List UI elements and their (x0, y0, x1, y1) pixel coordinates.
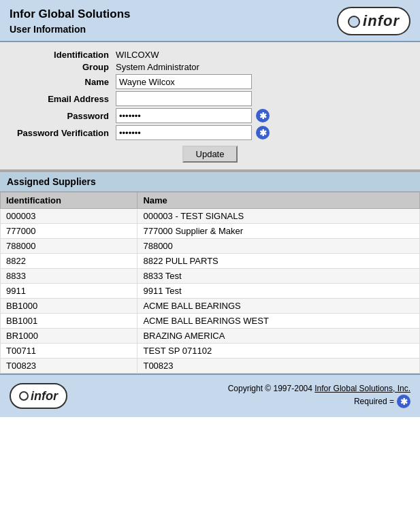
identification-label: Identification (7, 50, 116, 60)
supplier-id-cell: T00711 (1, 344, 138, 359)
supplier-name-cell: TEST SP 071102 (138, 344, 420, 359)
page-footer: infor Copyright © 1997-2004 Infor Global… (0, 374, 420, 417)
table-row: T00823T00823 (1, 359, 420, 374)
footer-required-row: Required = ✱ (74, 395, 410, 408)
supplier-id-cell: 8833 (1, 269, 138, 284)
table-row: 788000788000 (1, 239, 420, 254)
email-row: Email Address (7, 91, 413, 106)
name-label: Name (7, 77, 116, 87)
update-row: Update (0, 146, 420, 163)
name-row: Name (7, 74, 413, 89)
table-row: BR1000BRAZING AMERICA (1, 329, 420, 344)
supplier-name-cell: 8822 PULL PARTS (138, 254, 420, 269)
update-button[interactable]: Update (182, 146, 238, 163)
supplier-id-cell: 9911 (1, 284, 138, 299)
user-info-section: Identification WILCOXW Group System Admi… (0, 42, 420, 171)
footer-logo: infor (10, 383, 67, 409)
table-row: 88228822 PULL PARTS (1, 254, 420, 269)
password-verify-input[interactable] (116, 125, 252, 140)
email-input[interactable] (116, 91, 252, 106)
supplier-name-cell: 000003 - TEST SIGNALS (138, 209, 420, 224)
suppliers-table: Identification Name 000003000003 - TEST … (0, 192, 420, 374)
header-logo: infor (337, 7, 410, 35)
footer-required-icon: ✱ (397, 395, 410, 408)
supplier-id-cell: BB1000 (1, 299, 138, 314)
footer-text-block: Copyright © 1997-2004 Infor Global Solut… (67, 384, 410, 408)
password-verify-row: Password Verification ✱ (7, 125, 413, 140)
suppliers-header: Assigned Suppliers (0, 171, 420, 192)
table-row: 88338833 Test (1, 269, 420, 284)
supplier-id-cell: 777000 (1, 224, 138, 239)
supplier-id-cell: BR1000 (1, 329, 138, 344)
header-text: Infor Global Solutions User Information (10, 7, 131, 35)
supplier-name-cell: 788000 (138, 239, 420, 254)
password-required-icon: ✱ (256, 109, 270, 122)
email-label: Email Address (7, 94, 116, 104)
table-row: BB1000ACME BALL BEARINGS (1, 299, 420, 314)
supplier-id-cell: T00823 (1, 359, 138, 374)
supplier-id-cell: 788000 (1, 239, 138, 254)
copyright-prefix: Copyright © 1997-2004 (228, 384, 315, 393)
password-input[interactable] (116, 108, 252, 123)
supplier-name-cell: ACME BALL BEARINGS WEST (138, 314, 420, 329)
logo-circle-icon (348, 16, 360, 28)
col-header-name: Name (138, 193, 420, 209)
section-title: User Information (10, 24, 131, 35)
required-label: Required = (354, 397, 394, 406)
supplier-name-cell: ACME BALL BEARINGS (138, 299, 420, 314)
supplier-id-cell: 000003 (1, 209, 138, 224)
table-row: 000003000003 - TEST SIGNALS (1, 209, 420, 224)
supplier-name-cell: 8833 Test (138, 269, 420, 284)
supplier-name-cell: 777000 Supplier & Maker (138, 224, 420, 239)
identification-value: WILCOXW (116, 50, 159, 60)
supplier-name-cell: BRAZING AMERICA (138, 329, 420, 344)
supplier-id-cell: BB1001 (1, 314, 138, 329)
supplier-name-cell: 9911 Test (138, 284, 420, 299)
table-row: 777000777000 Supplier & Maker (1, 224, 420, 239)
password-verify-label: Password Verification (7, 128, 116, 138)
table-header-row: Identification Name (1, 193, 420, 209)
suppliers-section: Assigned Suppliers Identification Name 0… (0, 171, 420, 374)
group-value: System Administrator (116, 62, 199, 72)
col-header-id: Identification (1, 193, 138, 209)
password-verify-required-icon: ✱ (256, 126, 270, 139)
password-verify-field-group: ✱ (116, 125, 270, 140)
password-label: Password (7, 111, 116, 121)
password-field-group: ✱ (116, 108, 270, 123)
table-row: T00711TEST SP 071102 (1, 344, 420, 359)
table-row: BB1001ACME BALL BEARINGS WEST (1, 314, 420, 329)
app-title: Infor Global Solutions (10, 7, 131, 21)
name-input[interactable] (116, 74, 252, 89)
group-label: Group (7, 62, 116, 72)
copyright-text: Copyright © 1997-2004 Infor Global Solut… (74, 384, 410, 393)
footer-logo-circle-icon (19, 391, 29, 401)
password-row: Password ✱ (7, 108, 413, 123)
table-row: 99119911 Test (1, 284, 420, 299)
identification-row: Identification WILCOXW (7, 50, 413, 60)
copyright-link[interactable]: Infor Global Solutions, Inc. (314, 384, 410, 393)
footer-logo-text: infor (31, 389, 58, 403)
page-header: Infor Global Solutions User Information … (0, 0, 420, 42)
group-row: Group System Administrator (7, 62, 413, 72)
supplier-id-cell: 8822 (1, 254, 138, 269)
logo-text: infor (363, 12, 400, 30)
supplier-name-cell: T00823 (138, 359, 420, 374)
